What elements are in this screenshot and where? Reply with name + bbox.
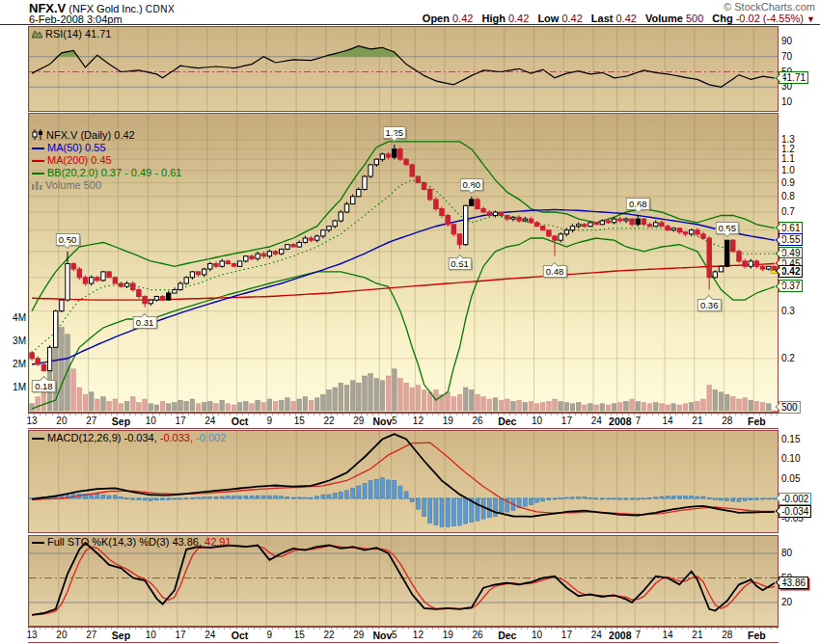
date-label: Sep bbox=[112, 630, 130, 641]
price-annotation: 0.55 bbox=[715, 222, 739, 234]
chg-value: -0.02 (-4.55%) bbox=[736, 13, 804, 24]
volume-bar bbox=[363, 376, 368, 411]
candle-body bbox=[707, 238, 711, 278]
candle-body bbox=[588, 223, 592, 227]
volume-bar bbox=[202, 403, 206, 411]
macd-axis-tick: 0.05 bbox=[781, 473, 800, 485]
rsi-legend: RSI(14) 41.71 bbox=[32, 28, 111, 40]
volume-bar bbox=[261, 403, 266, 411]
volume-bar bbox=[583, 405, 588, 411]
last-value: 0.42 bbox=[615, 13, 636, 24]
candle-body bbox=[203, 269, 206, 275]
quote-summary: Open0.42 High0.42 Low0.42 Last0.42 Volum… bbox=[417, 13, 815, 24]
date-label: 2008 bbox=[609, 416, 631, 427]
candle-body bbox=[267, 252, 271, 256]
candle-body bbox=[196, 272, 200, 275]
candle-body bbox=[119, 283, 123, 286]
candle-body bbox=[529, 219, 533, 223]
candle-body bbox=[107, 272, 111, 278]
date-label: 9 bbox=[267, 416, 273, 426]
volume-bar bbox=[630, 399, 635, 411]
ma50-line-icon bbox=[32, 148, 44, 149]
macd-histogram-bar bbox=[214, 496, 218, 498]
rsi-axis-tick: 90 bbox=[781, 36, 792, 47]
candle-body bbox=[606, 221, 610, 223]
macd-histogram-bar bbox=[410, 498, 414, 501]
macd-histogram-bar bbox=[529, 498, 533, 505]
candle-body bbox=[244, 256, 248, 261]
volume-bar bbox=[760, 403, 765, 411]
date-label: 14 bbox=[663, 630, 673, 640]
volume-bar bbox=[101, 397, 106, 411]
date-label: Dec bbox=[498, 416, 516, 427]
candle-body bbox=[624, 219, 628, 221]
date-label: 17 bbox=[561, 630, 572, 640]
macd-legend-main: MACD(12,26,9) -0.034, bbox=[47, 432, 157, 443]
volume-bar bbox=[523, 403, 528, 411]
candle-body bbox=[280, 249, 284, 254]
macd-histogram-bar bbox=[725, 498, 729, 501]
candle-body bbox=[725, 240, 729, 266]
volume-bar bbox=[303, 397, 308, 411]
volume-bar bbox=[773, 411, 778, 412]
volume-bar bbox=[576, 403, 581, 411]
price-axis-tick: 0.2 bbox=[781, 353, 795, 364]
macd-histogram-bar bbox=[428, 498, 432, 523]
macd-histogram-bar bbox=[737, 498, 741, 501]
candle-body bbox=[363, 176, 367, 190]
bb-line-icon bbox=[32, 173, 44, 174]
date-axis-bottom: 132027Sep101724Oct9152229Nov5121926Dec10… bbox=[28, 627, 779, 643]
volume-bar bbox=[642, 403, 646, 411]
candle-body bbox=[309, 238, 313, 240]
candle-body bbox=[666, 227, 670, 230]
macd-histogram-bar bbox=[660, 496, 664, 498]
rsi-line bbox=[32, 46, 775, 88]
candle-body bbox=[696, 230, 699, 234]
candle-body bbox=[393, 149, 396, 157]
ma50-legend: MA(50) 0.55 bbox=[47, 142, 106, 153]
date-label: 27 bbox=[86, 416, 96, 426]
candle-body bbox=[178, 283, 182, 290]
date-label: Nov bbox=[372, 416, 392, 427]
date-label: 28 bbox=[722, 630, 732, 640]
volume-bar bbox=[220, 400, 225, 411]
candle-body bbox=[754, 261, 758, 266]
header-divider bbox=[0, 24, 820, 25]
volume-bar bbox=[499, 400, 504, 411]
price-value-box: 0.37 bbox=[779, 280, 803, 292]
macd-histogram-bar bbox=[696, 496, 699, 498]
candle-body bbox=[618, 219, 622, 221]
macd-histogram-bar bbox=[363, 484, 367, 498]
volume-bar bbox=[380, 381, 385, 411]
ma200-legend: MA(200) 0.45 bbox=[47, 154, 112, 166]
macd-histogram-bar bbox=[339, 492, 342, 498]
candle-body bbox=[760, 266, 764, 269]
volume-bar bbox=[149, 404, 153, 411]
candle-body bbox=[683, 232, 687, 234]
macd-histogram-bar bbox=[642, 498, 645, 499]
price-axis-tick: 1.0 bbox=[781, 165, 795, 176]
macd-histogram-bar bbox=[220, 496, 224, 498]
macd-histogram-bar bbox=[208, 496, 212, 498]
candle-body bbox=[41, 364, 45, 371]
candle-body bbox=[54, 311, 58, 348]
macd-histogram-bar bbox=[594, 498, 598, 499]
macd-histogram-bar bbox=[451, 498, 455, 526]
volume-bar bbox=[713, 389, 718, 411]
macd-histogram-bar bbox=[588, 498, 592, 499]
candle-body bbox=[410, 165, 414, 176]
candle-body bbox=[374, 159, 378, 165]
macd-histogram-bar bbox=[297, 497, 301, 498]
volume-legend: Volume 500 bbox=[45, 179, 101, 191]
rsi-axis-tick: 10 bbox=[781, 96, 792, 108]
volume-bar bbox=[208, 401, 213, 411]
volume-bar bbox=[286, 398, 290, 411]
volume-bar bbox=[404, 383, 409, 411]
date-label: 13 bbox=[27, 416, 38, 426]
volume-bar bbox=[647, 404, 652, 411]
candle-body bbox=[160, 297, 164, 301]
candle-body bbox=[457, 234, 461, 245]
macd-histogram-bar bbox=[232, 496, 236, 498]
macd-histogram-bar bbox=[767, 498, 771, 499]
candle-body bbox=[440, 209, 444, 216]
